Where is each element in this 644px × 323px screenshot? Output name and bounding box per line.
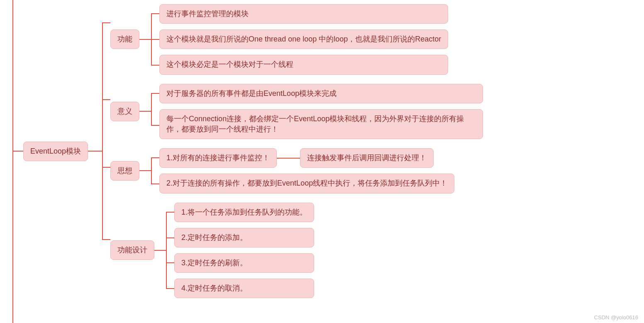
connector-line [102,99,110,100]
root-node: EventLoop模块 [23,142,88,161]
leaf-node: 这个模块必定是一个模块对于一个线程 [159,55,448,74]
branch-label: 功能设计 [117,246,147,254]
leaf-node: 3.定时任务的刷新。 [174,253,314,273]
branch-node: 功能 [110,29,139,49]
branch-sixiang: 思想 1.对所有的连接进行事件监控！ 连接触发事件后调用回调进行处理！ 2.对于… [110,148,483,193]
leaf-node: 每一个Connection连接，都会绑定一个EventLoop模块和线程，因为外… [159,109,483,139]
leaf-node: 2.定时任务的添加。 [174,228,314,247]
branch-gongneng: 功能 进行事件监控管理的模块 这个模块就是我们所说的One thread one… [110,4,483,75]
leaf-node: 1.对所有的连接进行事件监控！ [159,148,277,168]
bracket [151,84,159,139]
leaf-group: 1.对所有的连接进行事件监控！ 连接触发事件后调用回调进行处理！ 2.对于连接的… [159,148,454,193]
bracket [151,4,159,75]
connector-line [151,125,159,126]
connector-line [151,184,159,184]
branch-label: 思想 [117,166,132,175]
leaf-text: 4.定时任务的取消。 [181,284,247,292]
connector-line [102,22,110,23]
leaf-text: 1.对所有的连接进行事件监控！ [166,154,270,162]
connector-line [12,151,23,152]
watermark-text: CSDN @yolo0616 [594,314,638,321]
connector-line [151,39,159,40]
leaf-node: 4.定时任务的取消。 [174,279,314,298]
leaf-text: 这个模块就是我们所说的One thread one loop 中的loop，也就… [166,35,441,43]
bracket [151,148,159,193]
connector-line [139,39,151,40]
branch-node: 功能设计 [110,240,154,260]
connector-line [151,65,159,66]
leaf-group: 对于服务器的所有事件都是由EventLoop模块来完成 每一个Connectio… [159,84,483,139]
connector-line [88,151,102,152]
connector-line [166,262,174,263]
connector-line [151,93,159,94]
branch-yiyi: 意义 对于服务器的所有事件都是由EventLoop模块来完成 每一个Connec… [110,84,483,139]
branch-node: 思想 [110,161,139,181]
leaf-text: 3.定时任务的刷新。 [181,259,247,267]
leaf-text: 2.定时任务的添加。 [181,233,247,242]
leaf-text: 2.对于连接的所有操作，都要放到EventLoop线程中执行，将任务添加到任务队… [166,179,447,187]
leaf-node: 进行事件监控管理的模块 [159,4,448,24]
leaf-node: 1.将一个任务添加到任务队列的功能。 [174,203,314,222]
bracket-level1 [102,4,110,298]
leaf-text: 连接触发事件后调用回调进行处理！ [307,154,427,162]
branch-node: 意义 [110,102,139,121]
connector-line [151,13,159,14]
branch-label: 功能 [117,35,132,43]
connector-line [151,157,159,158]
connector-line [139,170,151,171]
connector-line [139,111,151,112]
connector-line [166,237,174,238]
leaf-text: 对于服务器的所有事件都是由EventLoop模块来完成 [166,89,337,98]
leaf-with-sub: 1.对所有的连接进行事件监控！ 连接触发事件后调用回调进行处理！ [159,148,454,168]
leaf-node: 对于服务器的所有事件都是由EventLoop模块来完成 [159,84,483,103]
leaf-group: 1.将一个任务添加到任务队列的功能。 2.定时任务的添加。 3.定时任务的刷新。… [174,203,314,299]
branch-label: 意义 [117,107,132,115]
sub-leaf-node: 连接触发事件后调用回调进行处理！ [300,148,434,168]
connector-line [154,250,166,251]
connector-line [102,167,110,168]
leaf-node: 2.对于连接的所有操作，都要放到EventLoop线程中执行，将任务添加到任务队… [159,174,454,193]
connector-line [166,288,174,289]
connector-line [277,158,300,159]
level1-children: 功能 进行事件监控管理的模块 这个模块就是我们所说的One thread one… [110,4,483,298]
root-label: EventLoop模块 [30,147,81,155]
bracket [166,203,174,299]
leaf-text: 这个模块必定是一个模块对于一个线程 [166,60,293,69]
leaf-node: 这个模块就是我们所说的One thread one loop 中的loop，也就… [159,29,448,49]
connector-line [166,212,174,213]
leaf-text: 进行事件监控管理的模块 [166,10,249,18]
connector-line [102,239,110,240]
leaf-text: 1.将一个任务添加到任务队列的功能。 [181,208,307,216]
leaf-group: 进行事件监控管理的模块 这个模块就是我们所说的One thread one lo… [159,4,448,75]
mindmap-root-row: EventLoop模块 功能 进行事件监控管理的模块 这个模块就是我们所说的On… [0,0,644,302]
leaf-text: 每一个Connection连接，都会绑定一个EventLoop模块和线程，因为外… [166,115,464,133]
branch-gongnengsheji: 功能设计 1.将一个任务添加到任务队列的功能。 2.定时任务的添加。 3.定时任… [110,203,483,299]
